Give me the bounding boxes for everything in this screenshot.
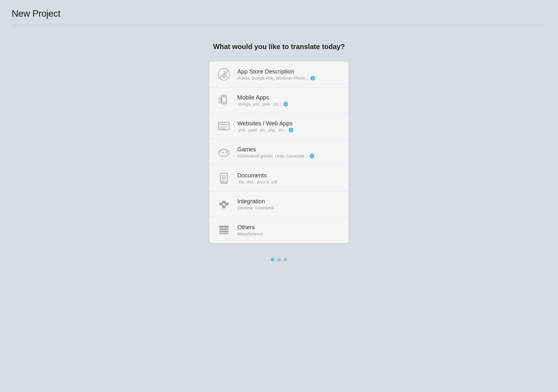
documents-icon-container (216, 171, 231, 186)
others-icon (217, 224, 230, 237)
pagination (271, 258, 287, 261)
games-icon (217, 146, 230, 159)
documents-title: Documents (237, 172, 277, 179)
others-icon-container (216, 223, 231, 238)
option-app-store[interactable]: App Store Description iTunes, Google Pla… (209, 62, 349, 88)
games-info-icon[interactable]: i (310, 154, 314, 158)
option-games[interactable]: Games iOS/Android games, Unity, Cocos2dx… (209, 139, 349, 165)
games-text: Games iOS/Android games, Unity, Cocos2dx… (237, 146, 314, 158)
svg-rect-38 (219, 231, 229, 232)
svg-text:http://: http:// (220, 123, 226, 125)
mobile-icon-container (216, 93, 231, 108)
svg-point-1 (223, 74, 225, 75)
main-content: What would you like to translate today? … (0, 25, 558, 261)
page-title: New Project (12, 8, 546, 19)
option-websites[interactable]: http:// Websites / Web Apps .yml, .yaml,… (209, 113, 349, 139)
web-title: Websites / Web Apps (237, 120, 293, 127)
app-store-text: App Store Description iTunes, Google Pla… (237, 68, 315, 80)
others-title: Others (237, 224, 263, 231)
documents-text: Documents .xls, .doc, .docx & .pdf (237, 172, 277, 184)
integration-text: Integration Zendesk, Freshdesk (237, 198, 274, 210)
integration-subtitle: Zendesk, Freshdesk (237, 206, 274, 210)
option-mobile-apps[interactable]: Mobile Apps .strings, xml, .json, .xls..… (209, 88, 349, 113)
integration-icon (217, 198, 230, 211)
svg-point-5 (224, 103, 224, 104)
games-icon-container (216, 145, 231, 160)
pagination-dot-2[interactable] (277, 258, 281, 261)
documents-icon (217, 172, 230, 185)
option-integration[interactable]: Integration Zendesk, Freshdesk (209, 191, 349, 217)
svg-rect-35 (222, 205, 226, 208)
svg-rect-39 (219, 233, 229, 234)
app-store-title: App Store Description (237, 68, 315, 75)
mobile-info-icon[interactable]: i (283, 102, 288, 106)
mobile-text: Mobile Apps .strings, xml, .json, .xls..… (237, 94, 288, 106)
svg-rect-40 (219, 225, 229, 226)
integration-title: Integration (237, 198, 274, 205)
pagination-dot-1[interactable] (271, 258, 274, 261)
svg-rect-37 (219, 228, 229, 230)
app-store-icon-container (216, 67, 231, 82)
option-others[interactable]: Others Miscellaneous (209, 217, 349, 243)
svg-rect-32 (225, 202, 229, 205)
app-store-subtitle: iTunes, Google Play, Windows Phone... i (237, 76, 315, 80)
page-header: New Project (0, 0, 558, 25)
section-question: What would you like to translate today? (213, 43, 345, 51)
svg-rect-36 (219, 226, 229, 228)
app-store-info-icon[interactable]: i (310, 76, 315, 80)
mobile-icon (217, 94, 230, 107)
svg-point-22 (226, 151, 227, 152)
svg-rect-6 (223, 96, 225, 97)
games-title: Games (237, 146, 314, 153)
others-text: Others Miscellaneous (237, 224, 263, 236)
mobile-title: Mobile Apps (237, 94, 288, 101)
web-icon: http:// (217, 120, 230, 133)
web-info-icon[interactable]: i (289, 128, 293, 132)
svg-point-21 (225, 153, 226, 154)
documents-subtitle: .xls, .doc, .docx & .pdf (237, 180, 277, 184)
web-text: Websites / Web Apps .yml, .yaml, .po, .p… (237, 120, 293, 132)
app-store-icon (217, 68, 230, 81)
integration-icon-container (216, 197, 231, 212)
svg-point-20 (227, 153, 227, 153)
web-subtitle: .yml, .yaml, .po, .php, .xls... i (237, 128, 293, 132)
others-subtitle: Miscellaneous (237, 232, 263, 236)
pagination-dot-3[interactable] (284, 258, 287, 261)
mobile-subtitle: .strings, xml, .json, .xls... i (237, 102, 288, 106)
options-card: App Store Description iTunes, Google Pla… (209, 61, 349, 243)
option-documents[interactable]: Documents .xls, .doc, .docx & .pdf (209, 165, 349, 191)
games-subtitle: iOS/Android games, Unity, Cocos2dx... i (237, 154, 314, 158)
web-icon-container: http:// (216, 119, 231, 134)
